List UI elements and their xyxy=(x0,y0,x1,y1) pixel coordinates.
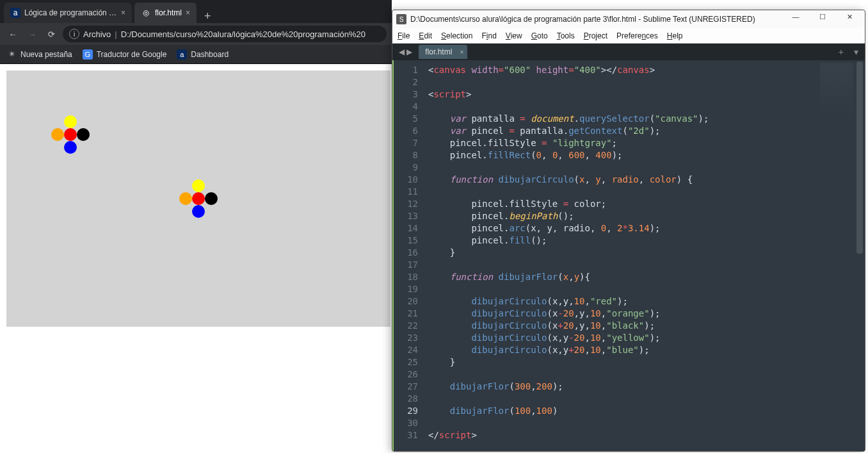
menu-edit[interactable]: Edit xyxy=(419,31,432,40)
menu-bar: File Edit Selection Find View Goto Tools… xyxy=(392,28,865,44)
scrollbar[interactable] xyxy=(856,60,864,452)
back-button[interactable]: ← xyxy=(5,26,20,42)
new-tab-button[interactable]: + xyxy=(199,10,216,23)
close-icon[interactable]: × xyxy=(121,8,125,17)
maximize-button[interactable]: ☐ xyxy=(811,13,834,26)
bookmark-nueva-pestana[interactable]: ✳ Nueva pestaña xyxy=(6,49,72,60)
favicon-icon: a xyxy=(10,8,20,18)
flower-petal xyxy=(192,192,205,205)
sublime-window: S D:\Documents\curso alura\lógica de pro… xyxy=(392,10,865,452)
minimap[interactable] xyxy=(820,63,853,120)
chrome-tab-1[interactable]: ◎ flor.html × xyxy=(134,3,197,23)
bookmarks-bar: ✳ Nueva pestaña G Traductor de Google a … xyxy=(0,45,392,64)
url-text: D:/Documents/curso%20alura/lógica%20de%2… xyxy=(121,29,366,39)
editor-tab[interactable]: flor.html × xyxy=(419,45,467,59)
menu-file[interactable]: File xyxy=(398,31,410,40)
bookmark-label: Nueva pestaña xyxy=(20,50,72,59)
menu-tools[interactable]: Tools xyxy=(557,31,575,40)
bookmark-label: Traductor de Google xyxy=(97,50,167,59)
address-bar[interactable]: i Archivo | D:/Documents/curso%20alura/l… xyxy=(63,26,387,42)
menu-view[interactable]: View xyxy=(506,31,522,40)
close-button[interactable]: ✕ xyxy=(838,13,861,26)
editor-tab-strip: ◀ ▶ flor.html × + ▾ xyxy=(392,44,865,60)
reload-button[interactable]: ⟳ xyxy=(44,26,59,42)
tab-title: Lógica de programación parte 3: xyxy=(24,8,117,17)
flower-petal xyxy=(192,179,205,192)
flower-petal xyxy=(51,128,64,141)
chrome-tab-strip: a Lógica de programación parte 3: × ◎ fl… xyxy=(0,0,392,23)
flower-petal xyxy=(77,128,90,141)
editor-tab-title: flor.html xyxy=(425,47,452,56)
bookmark-label: Dashboard xyxy=(191,50,229,59)
canvas xyxy=(6,70,390,327)
site-info-icon[interactable]: i xyxy=(69,29,79,39)
tab-nav-arrows[interactable]: ◀ ▶ xyxy=(395,47,416,56)
menu-project[interactable]: Project xyxy=(584,31,607,40)
titlebar[interactable]: S D:\Documents\curso alura\lógica de pro… xyxy=(392,10,865,28)
forward-button[interactable]: → xyxy=(24,26,40,42)
chrome-window: a Lógica de programación parte 3: × ◎ fl… xyxy=(0,0,392,453)
tab-title: flor.html xyxy=(155,8,182,17)
flower-petal xyxy=(64,115,77,128)
menu-goto[interactable]: Goto xyxy=(531,31,548,40)
page-viewport xyxy=(0,64,392,453)
minimize-button[interactable]: — xyxy=(784,13,807,26)
close-icon[interactable]: × xyxy=(186,8,190,17)
menu-preferences[interactable]: Preferences xyxy=(616,31,658,40)
app-icon: S xyxy=(396,14,406,24)
bookmark-icon: ✳ xyxy=(6,49,17,60)
bookmark-icon: a xyxy=(177,49,187,60)
flower-petal xyxy=(179,192,192,205)
line-number-gutter: 1234567891011121314151617181920212223242… xyxy=(392,60,423,452)
close-icon[interactable]: × xyxy=(460,49,464,56)
favicon-icon: ◎ xyxy=(141,8,151,18)
chrome-tab-0[interactable]: a Lógica de programación parte 3: × xyxy=(4,3,132,23)
title-text: D:\Documents\curso alura\lógica de progr… xyxy=(410,15,755,24)
flower-petal xyxy=(64,141,77,154)
scrollbar-thumb[interactable] xyxy=(856,62,863,254)
bookmark-dashboard[interactable]: a Dashboard xyxy=(177,49,229,60)
bookmark-icon: G xyxy=(83,49,93,60)
tab-dropdown-icon[interactable]: ▾ xyxy=(850,47,862,57)
bookmark-traductor[interactable]: G Traductor de Google xyxy=(83,49,167,60)
new-tab-button[interactable]: + xyxy=(835,47,848,57)
chrome-toolbar: ← → ⟳ i Archivo | D:/Documents/curso%20a… xyxy=(0,23,392,45)
url-prefix: Archivo xyxy=(83,29,111,39)
flower-petal xyxy=(205,192,218,205)
code-content[interactable]: <canvas width="600" height="400"></canva… xyxy=(423,60,865,452)
menu-help[interactable]: Help xyxy=(667,31,683,40)
menu-selection[interactable]: Selection xyxy=(441,31,472,40)
flower-petal xyxy=(64,128,77,141)
flower-petal xyxy=(192,205,205,218)
menu-find[interactable]: Find xyxy=(481,31,496,40)
editor-area[interactable]: 1234567891011121314151617181920212223242… xyxy=(392,60,865,452)
